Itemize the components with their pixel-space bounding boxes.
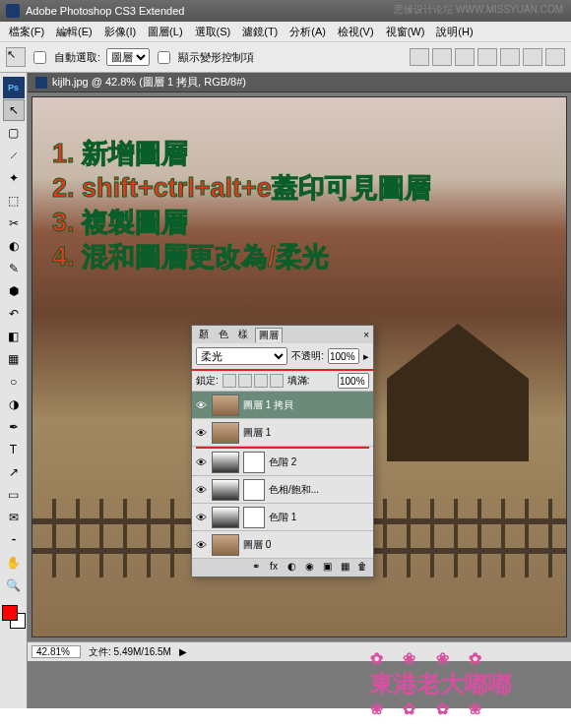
align-5[interactable] (500, 48, 520, 66)
link-icon[interactable]: ⚭ (249, 561, 263, 575)
crop-tool[interactable]: ⬚ (3, 190, 25, 212)
layer-row[interactable]: 👁 圖層 1 (192, 419, 373, 447)
gradient-tool[interactable]: ▦ (3, 348, 25, 370)
panel-tabs: 顏 色 樣 圖層 × (192, 326, 373, 343)
align-7[interactable] (545, 48, 565, 66)
menu-bar: 檔案(F) 編輯(E) 影像(I) 圖層(L) 選取(S) 濾鏡(T) 分析(A… (0, 22, 571, 41)
tab-layers[interactable]: 圖層 (255, 328, 283, 342)
align-1[interactable] (410, 48, 429, 66)
anno-3: 3. 複製圖層 (52, 206, 431, 240)
stamp-tool[interactable]: ⬢ (3, 280, 25, 302)
brush-tool[interactable]: ✎ (3, 258, 25, 279)
menu-file[interactable]: 檔案(F) (4, 25, 49, 39)
lock-trans-icon[interactable] (222, 374, 236, 388)
doc-title: kijlh.jpg @ 42.8% (圖層 1 拷貝, RGB/8#) (52, 75, 246, 90)
slice-tool[interactable]: ✂ (3, 212, 25, 234)
folder-icon[interactable]: ▣ (320, 561, 334, 575)
menu-select[interactable]: 選取(S) (190, 25, 236, 39)
opacity-arrow-icon[interactable]: ▸ (363, 350, 369, 363)
visibility-icon[interactable]: 👁 (194, 484, 208, 496)
menu-image[interactable]: 影像(I) (99, 25, 141, 39)
notes-tool[interactable]: ✉ (3, 507, 25, 528)
menu-analysis[interactable]: 分析(A) (285, 25, 331, 39)
lasso-tool[interactable]: ⟋ (3, 145, 25, 166)
document-tab[interactable]: kijlh.jpg @ 42.8% (圖層 1 拷貝, RGB/8#) (28, 73, 571, 92)
lock-move-icon[interactable] (254, 374, 268, 388)
path-tool[interactable]: ↗ (3, 461, 25, 483)
opacity-input[interactable] (328, 348, 359, 364)
zoom-tool[interactable]: 🔍 (3, 575, 25, 596)
stamp-text: 東港老大嘟嘟 (370, 668, 512, 699)
align-6[interactable] (523, 48, 542, 66)
type-tool[interactable]: T (3, 439, 25, 460)
dodge-tool[interactable]: ◑ (3, 394, 25, 415)
menu-view[interactable]: 檢視(V) (333, 25, 379, 39)
blur-tool[interactable]: ○ (3, 371, 25, 393)
mask-icon[interactable]: ◐ (285, 561, 298, 575)
flower-deco2-icon: ❀ ✿ ✿ ❀ (370, 699, 512, 718)
menu-window[interactable]: 視窗(W) (381, 25, 430, 39)
adjust-icon[interactable]: ◉ (302, 561, 316, 575)
move-tool[interactable]: ↖ (3, 99, 25, 121)
tab-color[interactable]: 顏 (196, 328, 212, 341)
shape-tool[interactable]: ▭ (3, 484, 25, 506)
doc-icon (35, 77, 47, 89)
align-buttons (410, 48, 565, 66)
layer-thumb (212, 452, 239, 473)
visibility-icon[interactable]: 👁 (194, 512, 208, 523)
visibility-icon[interactable]: 👁 (194, 539, 208, 551)
eyedrop-tool[interactable]: ⁃ (3, 529, 25, 551)
layer-thumb (212, 534, 239, 556)
status-arrow-icon[interactable]: ▶ (179, 646, 187, 657)
layer-row[interactable]: 👁 色相/飽和... (192, 476, 373, 504)
layer-thumb (212, 479, 239, 501)
zoom-display[interactable]: 42.81% (32, 645, 81, 658)
layer-row[interactable]: 👁 色階 2 (192, 449, 373, 476)
menu-edit[interactable]: 編輯(E) (51, 25, 97, 39)
lock-all-icon[interactable] (270, 374, 284, 388)
foreground-color[interactable] (2, 605, 18, 621)
autoselect-target[interactable]: 圖層 (106, 48, 150, 66)
layer-name: 色階 2 (269, 455, 371, 469)
marquee-tool[interactable]: ▢ (3, 122, 25, 144)
menu-layer[interactable]: 圖層(L) (143, 25, 187, 39)
panel-footer: ⚭ fx ◐ ◉ ▣ ▦ 🗑 (192, 559, 373, 576)
tab-swatch[interactable]: 色 (216, 328, 231, 341)
anno-2: 2. shift+ctrl+alt+e蓋印可見圖層 (52, 171, 431, 206)
tab-style[interactable]: 樣 (235, 328, 251, 341)
heal-tool[interactable]: ◐ (3, 235, 25, 257)
hand-tool[interactable]: ✋ (3, 552, 25, 574)
ps-logo-icon (6, 4, 20, 18)
fx-icon[interactable]: fx (267, 561, 281, 575)
align-2[interactable] (432, 48, 452, 66)
fill-input[interactable] (338, 373, 369, 389)
panel-close-icon[interactable]: × (363, 330, 369, 340)
align-4[interactable] (477, 48, 497, 66)
menu-filter[interactable]: 濾鏡(T) (237, 25, 283, 39)
transform-checkbox[interactable] (158, 51, 170, 64)
history-tool[interactable]: ↶ (3, 303, 25, 325)
layer-row[interactable]: 👁 圖層 0 (192, 531, 373, 559)
visibility-icon[interactable]: 👁 (194, 456, 208, 468)
visibility-icon[interactable]: 👁 (194, 399, 208, 411)
blend-mode-select[interactable]: 柔光 (196, 347, 287, 365)
new-layer-icon[interactable]: ▦ (338, 561, 351, 575)
layer-row[interactable]: 👁 圖層 1 拷貝 (192, 392, 373, 419)
toolbox: Ps ↖ ▢ ⟋ ✦ ⬚ ✂ ◐ ✎ ⬢ ↶ ◧ ▦ ○ ◑ ✒ T ↗ ▭ ✉… (0, 73, 28, 708)
autoselect-checkbox[interactable] (33, 51, 46, 64)
move-tool-icon[interactable]: ↖ (6, 47, 26, 67)
eraser-tool[interactable]: ◧ (3, 326, 25, 347)
menu-help[interactable]: 說明(H) (431, 25, 477, 39)
visibility-icon[interactable]: 👁 (194, 427, 208, 439)
blend-row: 柔光 不透明: ▸ (192, 343, 373, 371)
lock-label: 鎖定: (196, 374, 219, 388)
align-3[interactable] (455, 48, 475, 66)
ps-icon[interactable]: Ps (3, 77, 25, 98)
layer-row[interactable]: 👁 色階 1 (192, 504, 373, 531)
wand-tool[interactable]: ✦ (3, 167, 25, 189)
trash-icon[interactable]: 🗑 (355, 561, 369, 575)
app-title: Adobe Photoshop CS3 Extended (26, 5, 184, 17)
color-swatches[interactable] (2, 605, 26, 629)
lock-paint-icon[interactable] (238, 374, 252, 388)
pen-tool[interactable]: ✒ (3, 416, 25, 438)
